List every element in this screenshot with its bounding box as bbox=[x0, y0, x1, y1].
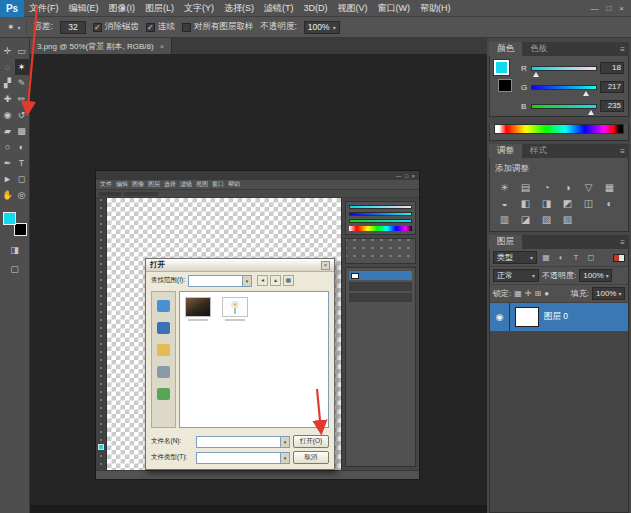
menu-help[interactable]: 帮助(H) bbox=[415, 0, 456, 17]
lock-transparent-icon[interactable]: ▦ bbox=[514, 289, 522, 298]
tab-styles[interactable]: 样式 bbox=[522, 144, 555, 158]
menu-window[interactable]: 窗口(W) bbox=[373, 0, 416, 17]
file-thumbnail-dark-image[interactable] bbox=[185, 297, 211, 317]
zoom-tool[interactable]: ◎ bbox=[15, 187, 29, 203]
adj-photo-filter-icon[interactable]: ◨ bbox=[536, 195, 557, 211]
menu-filter[interactable]: 滤镜(T) bbox=[259, 0, 299, 17]
checkbox-checked-icon[interactable]: ✓ bbox=[146, 23, 155, 32]
move-tool[interactable]: ✛ bbox=[1, 43, 15, 59]
marquee-tool[interactable]: ▭ bbox=[15, 43, 29, 59]
crop-tool[interactable]: ▞ bbox=[1, 75, 15, 91]
red-value[interactable]: 18 bbox=[600, 62, 624, 74]
tab-swatches[interactable]: 色板 bbox=[522, 42, 555, 56]
adj-black-white-icon[interactable]: ◧ bbox=[515, 195, 536, 211]
lock-all-icon[interactable]: ● bbox=[544, 289, 549, 298]
path-select-tool[interactable]: ► bbox=[1, 171, 15, 187]
cancel-button[interactable]: 取消 bbox=[293, 451, 329, 464]
checkbox-unchecked-icon[interactable] bbox=[182, 23, 191, 32]
adj-channel-mixer-icon[interactable]: ◩ bbox=[557, 195, 578, 211]
panel-menu-icon[interactable]: ≡ bbox=[620, 144, 629, 158]
type-tool[interactable]: T bbox=[15, 155, 29, 171]
lock-position-icon[interactable]: ⊞ bbox=[535, 289, 542, 298]
my-documents-icon[interactable] bbox=[157, 344, 170, 356]
open-button[interactable]: 打开(O) bbox=[293, 435, 329, 448]
adj-hue-saturation-icon[interactable]: ▦ bbox=[599, 179, 620, 195]
layer-filter-select[interactable]: 类型 ▾ bbox=[493, 251, 537, 264]
contiguous-checkbox[interactable]: ✓ 连续 bbox=[146, 21, 175, 33]
lock-pixels-icon[interactable]: ✛ bbox=[525, 289, 532, 298]
slider-thumb[interactable] bbox=[583, 91, 589, 96]
file-list[interactable] bbox=[179, 291, 329, 428]
my-computer-icon[interactable] bbox=[157, 366, 170, 378]
shape-tool[interactable]: ◻ bbox=[15, 171, 29, 187]
layer-thumbnail[interactable] bbox=[515, 307, 539, 327]
filter-type-layers-icon[interactable]: T bbox=[570, 253, 582, 262]
eyedropper-tool[interactable]: ✎ bbox=[15, 75, 29, 91]
adj-posterize-icon[interactable]: ▥ bbox=[494, 211, 515, 227]
menu-type[interactable]: 文字(Y) bbox=[179, 0, 219, 17]
anti-alias-checkbox[interactable]: ✓ 消除锯齿 bbox=[93, 21, 139, 33]
sample-all-layers-checkbox[interactable]: 对所有图层取样 bbox=[182, 21, 254, 33]
dialog-close-icon[interactable]: × bbox=[321, 261, 330, 270]
network-icon[interactable] bbox=[157, 388, 170, 400]
lasso-tool[interactable]: ◌ bbox=[1, 59, 15, 75]
file-item[interactable] bbox=[222, 297, 248, 321]
menu-file[interactable]: 文件(F) bbox=[24, 0, 64, 17]
file-type-select[interactable]: ▾ bbox=[196, 452, 290, 464]
blue-slider[interactable] bbox=[531, 104, 597, 109]
color-spectrum-ramp[interactable] bbox=[494, 124, 624, 134]
document-tab[interactable]: 3.png @ 50%(背景 副本, RGB/8) × bbox=[30, 38, 172, 54]
panel-menu-icon[interactable]: ≡ bbox=[620, 235, 629, 249]
file-name-input[interactable]: ▾ bbox=[196, 436, 290, 448]
file-thumbnail-flower-image[interactable] bbox=[222, 297, 248, 317]
adj-brightness-contrast-icon[interactable]: ☀ bbox=[494, 179, 515, 195]
green-slider[interactable] bbox=[531, 85, 597, 90]
tab-layers[interactable]: 图层 bbox=[489, 235, 522, 249]
pen-tool[interactable]: ✒ bbox=[1, 155, 15, 171]
hand-tool[interactable]: ✋ bbox=[1, 187, 15, 203]
screen-mode-icon[interactable]: ▢ bbox=[10, 264, 19, 274]
file-item[interactable] bbox=[185, 297, 211, 321]
dodge-tool[interactable]: ◐ bbox=[15, 139, 29, 155]
close-icon[interactable]: × bbox=[619, 4, 624, 13]
background-color-swatch[interactable] bbox=[498, 79, 512, 92]
filter-adjustment-layers-icon[interactable]: ◐ bbox=[555, 253, 567, 262]
adj-vibrance-icon[interactable]: ▽ bbox=[578, 179, 599, 195]
checkbox-checked-icon[interactable]: ✓ bbox=[93, 23, 102, 32]
menu-edit[interactable]: 编辑(E) bbox=[64, 0, 104, 17]
brush-tool[interactable]: ✏ bbox=[15, 91, 29, 107]
slider-thumb[interactable] bbox=[588, 110, 594, 115]
green-value[interactable]: 217 bbox=[600, 81, 624, 93]
slider-thumb[interactable] bbox=[533, 72, 539, 77]
layer-filter-toggle-icon[interactable] bbox=[613, 254, 625, 262]
maximize-icon[interactable]: □ bbox=[606, 4, 611, 13]
foreground-color-swatch[interactable] bbox=[3, 212, 16, 225]
panel-menu-icon[interactable]: ≡ bbox=[620, 42, 629, 56]
menu-3d[interactable]: 3D(D) bbox=[299, 0, 333, 17]
up-folder-icon[interactable]: ▴ bbox=[270, 275, 281, 286]
canvas-area[interactable]: — □ × 文件 编辑 图像 图层 选择 滤镜 视图 窗口 帮助 bbox=[30, 54, 487, 505]
menu-layer[interactable]: 图层(L) bbox=[140, 0, 179, 17]
blend-mode-select[interactable]: 正常 ▾ bbox=[493, 269, 539, 282]
adj-threshold-icon[interactable]: ◪ bbox=[515, 211, 536, 227]
minimize-icon[interactable]: — bbox=[590, 4, 598, 13]
recent-documents-icon[interactable] bbox=[157, 300, 170, 312]
clone-stamp-tool[interactable]: ◉ bbox=[1, 107, 15, 123]
eraser-tool[interactable]: ▰ bbox=[1, 123, 15, 139]
tolerance-input[interactable]: 32 bbox=[60, 21, 86, 34]
adj-gradient-map-icon[interactable]: ▨ bbox=[536, 211, 557, 227]
adj-color-balance-icon[interactable]: ◒ bbox=[494, 195, 515, 211]
fill-select[interactable]: 100% ▾ bbox=[592, 287, 625, 300]
opacity-select[interactable]: 100% ▾ bbox=[304, 21, 340, 34]
layer-opacity-select[interactable]: 100% ▾ bbox=[579, 269, 612, 282]
magic-wand-tool[interactable]: ✶ bbox=[15, 59, 29, 75]
filter-shape-layers-icon[interactable]: ◻ bbox=[585, 253, 597, 262]
foreground-color-swatch[interactable] bbox=[494, 60, 509, 75]
adj-selective-color-icon[interactable]: ▧ bbox=[557, 211, 578, 227]
adj-levels-icon[interactable]: ▤ bbox=[515, 179, 536, 195]
gradient-tool[interactable]: ▩ bbox=[15, 123, 29, 139]
adj-curves-icon[interactable]: ◔ bbox=[536, 179, 557, 195]
back-icon[interactable]: ◂ bbox=[257, 275, 268, 286]
tab-close-icon[interactable]: × bbox=[160, 42, 165, 51]
red-slider[interactable] bbox=[531, 66, 597, 71]
